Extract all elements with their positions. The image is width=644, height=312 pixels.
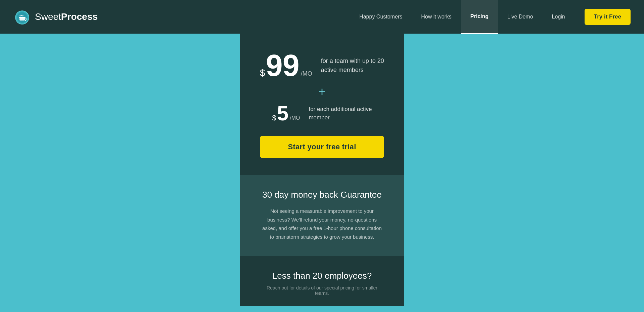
less-than-20-section: Less than 20 employees? Reach out for de… [240,256,404,306]
nav-link-login[interactable]: Login [543,0,574,34]
primary-dollar-sign: $ [260,68,265,78]
primary-description: for a team with up to 20active members [321,56,384,75]
nav-item-happy-customers[interactable]: Happy Customers [350,0,412,34]
nav-try-free-button[interactable]: Try it Free [585,9,631,25]
less-than-20-description: Reach out for details of our special pri… [260,285,384,296]
logo[interactable]: SweetProcess [13,8,98,26]
nav-item-login[interactable]: Login [543,0,574,34]
secondary-per: /MO [290,115,300,124]
svg-rect-3 [19,17,25,18]
secondary-dollar-sign: $ [272,114,276,122]
primary-price-row: $ 99 /MO for a team with up to 20active … [260,50,384,81]
nav-link-pricing[interactable]: Pricing [461,0,498,34]
guarantee-title: 30 day money back Guarantee [260,190,384,200]
secondary-price: $ 5 /MO [272,103,300,124]
navbar: SweetProcess Happy Customers How it work… [0,0,644,34]
secondary-description: for each additional activemember [309,105,372,122]
pricing-active-indicator [463,33,496,34]
nav-links: Happy Customers How it works Pricing Liv… [350,0,631,34]
start-free-trial-button[interactable]: Start your free trial [260,136,384,158]
nav-link-happy-customers[interactable]: Happy Customers [350,0,412,34]
primary-per: /MO [301,70,312,81]
nav-item-how-it-works[interactable]: How it works [412,0,461,34]
nav-item-live-demo[interactable]: Live Demo [498,0,542,34]
primary-price: $ 99 /MO [260,50,312,81]
primary-amount: 99 [266,50,300,81]
pricing-container: $ 99 /MO for a team with up to 20active … [240,34,404,312]
logo-icon [13,8,31,26]
nav-item-try-free[interactable]: Try it Free [578,9,631,25]
nav-link-how-it-works[interactable]: How it works [412,0,461,34]
pricing-card-top: $ 99 /MO for a team with up to 20active … [240,34,404,175]
guarantee-section: 30 day money back Guarantee Not seeing a… [240,175,404,256]
nav-link-live-demo[interactable]: Live Demo [498,0,542,34]
less-than-20-title: Less than 20 employees? [260,271,384,281]
secondary-price-row: $ 5 /MO for each additional activemember [260,103,384,124]
guarantee-description: Not seeing a measurable improvement to y… [260,207,384,241]
nav-item-pricing[interactable]: Pricing [461,0,498,34]
secondary-amount: 5 [277,103,288,124]
plus-separator: + [260,85,384,99]
logo-text: SweetProcess [35,11,98,22]
main-content: $ 99 /MO for a team with up to 20active … [0,34,644,312]
